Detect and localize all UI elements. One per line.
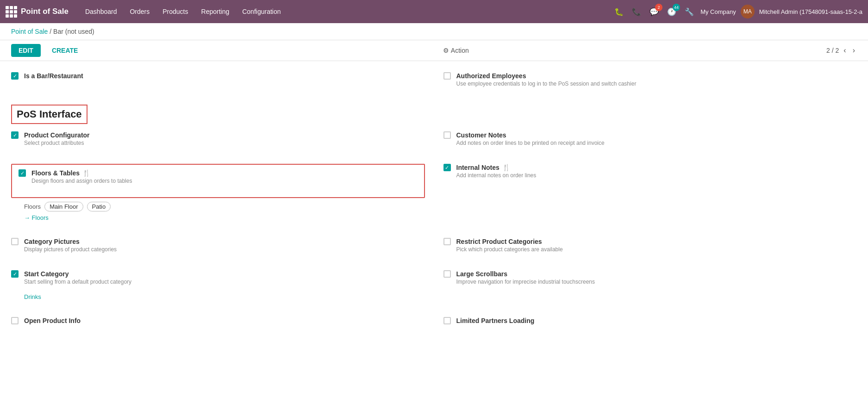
nav-products[interactable]: Products xyxy=(157,5,194,18)
customer-notes-info: Customer Notes Add notes on order lines … xyxy=(456,131,605,146)
breadcrumb-separator: / xyxy=(50,28,53,35)
avatar[interactable]: MA xyxy=(741,5,755,19)
brand-text: Point of Sale xyxy=(21,7,69,16)
company-name: My Company xyxy=(700,8,736,15)
wrench-icon[interactable]: 🔧 xyxy=(683,6,696,18)
open-product-info-checkbox[interactable] xyxy=(11,317,19,324)
action-label: Action xyxy=(451,47,469,54)
updates-badge: 44 xyxy=(673,4,680,11)
main-content: ✓ Is a Bar/Restaurant Authorized Employe… xyxy=(0,61,868,416)
category-pictures-info: Category Pictures Display pictures of pr… xyxy=(24,238,117,253)
floors-tables-checkbox[interactable]: ✓ xyxy=(19,169,26,177)
brand[interactable]: Point of Sale xyxy=(6,6,69,18)
floors-link[interactable]: → Floors xyxy=(24,214,425,221)
right-col-in: ✓ Internal Notes 🍴 Add internal notes on… xyxy=(443,164,857,229)
pagination: 2 / 2 ‹ › xyxy=(826,45,857,56)
pagination-text: 2 / 2 xyxy=(826,47,839,54)
fork-knife-icon-2: 🍴 xyxy=(502,164,510,171)
is-bar-checkbox[interactable]: ✓ xyxy=(11,72,19,80)
product-configurator-field: ✓ Product Configurator Select product at… xyxy=(11,131,425,146)
grid-icon xyxy=(6,6,17,18)
limited-partners-loading-field: Limited Partners Loading xyxy=(443,317,857,324)
start-category-info: Start Category Start selling from a defa… xyxy=(24,270,131,285)
category-row: Category Pictures Display pictures of pr… xyxy=(11,238,857,261)
floors-tables-highlighted: ✓ Floors & Tables 🍴 Design floors and as… xyxy=(11,164,425,198)
debug-icon[interactable]: 🐛 xyxy=(612,6,625,18)
customer-notes-field: Customer Notes Add notes on order lines … xyxy=(443,131,857,146)
right-col-rpc: Restrict Product Categories Pick which p… xyxy=(443,238,857,261)
floors-tables-field: ✓ Floors & Tables 🍴 Design floors and as… xyxy=(19,169,418,184)
next-page-button[interactable]: › xyxy=(851,45,857,56)
internal-notes-checkbox[interactable]: ✓ xyxy=(443,164,451,171)
is-bar-field: ✓ Is a Bar/Restaurant xyxy=(11,72,425,80)
restrict-product-categories-field: Restrict Product Categories Pick which p… xyxy=(443,238,857,253)
right-col-lpl: Limited Partners Loading xyxy=(443,317,857,333)
product-configurator-checkbox[interactable]: ✓ xyxy=(11,131,19,139)
toolbar: EDIT CREATE ⚙ Action 2 / 2 ‹ › xyxy=(0,40,868,61)
nav-menu: Dashboard Orders Products Reporting Conf… xyxy=(80,5,609,18)
prev-page-button[interactable]: ‹ xyxy=(842,45,848,56)
customer-notes-checkbox[interactable] xyxy=(443,131,451,139)
create-button[interactable]: CREATE xyxy=(44,44,86,57)
left-col-cat: Category Pictures Display pictures of pr… xyxy=(11,238,425,261)
left-col-bar: ✓ Is a Bar/Restaurant xyxy=(11,72,425,95)
navbar: Point of Sale Dashboard Orders Products … xyxy=(0,0,868,23)
phone-icon[interactable]: 📞 xyxy=(630,6,643,18)
start-category-field: ✓ Start Category Start selling from a de… xyxy=(11,270,425,285)
breadcrumb-current: Bar (not used) xyxy=(53,28,94,35)
limited-partners-loading-checkbox[interactable] xyxy=(443,317,451,324)
breadcrumb-parent[interactable]: Point of Sale xyxy=(11,28,48,35)
edit-button[interactable]: EDIT xyxy=(11,44,41,57)
breadcrumb: Point of Sale / Bar (not used) xyxy=(0,23,868,40)
is-bar-label: Is a Bar/Restaurant xyxy=(24,72,83,80)
start-category-row: ✓ Start Category Start selling from a de… xyxy=(11,270,857,308)
bar-restaurant-row: ✓ Is a Bar/Restaurant Authorized Employe… xyxy=(11,72,857,95)
nav-configuration[interactable]: Configuration xyxy=(237,5,286,18)
large-scrollbars-checkbox[interactable] xyxy=(443,270,451,278)
restrict-product-categories-info: Restrict Product Categories Pick which p… xyxy=(456,238,563,253)
nav-dashboard[interactable]: Dashboard xyxy=(80,5,123,18)
user-name: Mitchell Admin (17548091-saas-15-2-a xyxy=(759,8,862,15)
nav-orders[interactable]: Orders xyxy=(124,5,155,18)
updates-icon[interactable]: 🕐 44 xyxy=(665,6,678,18)
chat-badge: 2 xyxy=(655,4,662,11)
category-pictures-checkbox[interactable] xyxy=(11,238,19,245)
floors-tables-row: ✓ Floors & Tables 🍴 Design floors and as… xyxy=(11,164,857,229)
floor-tag-patio[interactable]: Patio xyxy=(87,202,111,211)
left-col-pc: ✓ Product Configurator Select product at… xyxy=(11,131,425,155)
chat-icon[interactable]: 💬 2 xyxy=(648,6,661,18)
fork-knife-icon: 🍴 xyxy=(82,169,90,177)
start-category-checkbox[interactable]: ✓ xyxy=(11,270,19,278)
left-col-sc: ✓ Start Category Start selling from a de… xyxy=(11,270,425,308)
authorized-employees-info: Authorized Employees Use employee creden… xyxy=(456,72,637,87)
right-col-bar: Authorized Employees Use employee creden… xyxy=(443,72,857,95)
open-product-row: Open Product Info Limited Partners Loadi… xyxy=(11,317,857,333)
authorized-employees-field: Authorized Employees Use employee creden… xyxy=(443,72,857,87)
floor-tags-row: Floors Main Floor Patio xyxy=(24,202,425,211)
large-scrollbars-field: Large Scrollbars Improve navigation for … xyxy=(443,270,857,285)
internal-notes-field: ✓ Internal Notes 🍴 Add internal notes on… xyxy=(443,164,857,179)
category-pictures-field: Category Pictures Display pictures of pr… xyxy=(11,238,425,253)
left-col-op: Open Product Info xyxy=(11,317,425,333)
drinks-link[interactable]: Drinks xyxy=(24,293,425,300)
open-product-info-label-wrap: Open Product Info xyxy=(24,317,81,324)
action-button[interactable]: ⚙ Action xyxy=(437,44,475,57)
product-configurator-row: ✓ Product Configurator Select product at… xyxy=(11,131,857,155)
authorized-employees-checkbox[interactable] xyxy=(443,72,451,80)
navbar-right: 🐛 📞 💬 2 🕐 44 🔧 My Company MA Mitchell Ad… xyxy=(612,5,862,19)
limited-partners-loading-info: Limited Partners Loading xyxy=(456,317,535,324)
floor-tag-main[interactable]: Main Floor xyxy=(44,202,83,211)
large-scrollbars-info: Large Scrollbars Improve navigation for … xyxy=(456,270,595,285)
right-col-ls: Large Scrollbars Improve navigation for … xyxy=(443,270,857,308)
pos-interface-heading: PoS Interface xyxy=(11,105,87,124)
open-product-info-field: Open Product Info xyxy=(11,317,425,324)
internal-notes-info: Internal Notes 🍴 Add internal notes on o… xyxy=(456,164,537,179)
nav-reporting[interactable]: Reporting xyxy=(196,5,235,18)
floors-tables-info: Floors & Tables 🍴 Design floors and assi… xyxy=(31,169,132,184)
left-col-ft: ✓ Floors & Tables 🍴 Design floors and as… xyxy=(11,164,425,229)
right-col-cn: Customer Notes Add notes on order lines … xyxy=(443,131,857,155)
gear-icon: ⚙ xyxy=(443,47,449,54)
restrict-product-categories-checkbox[interactable] xyxy=(443,238,451,245)
product-configurator-info: Product Configurator Select product attr… xyxy=(24,131,90,146)
